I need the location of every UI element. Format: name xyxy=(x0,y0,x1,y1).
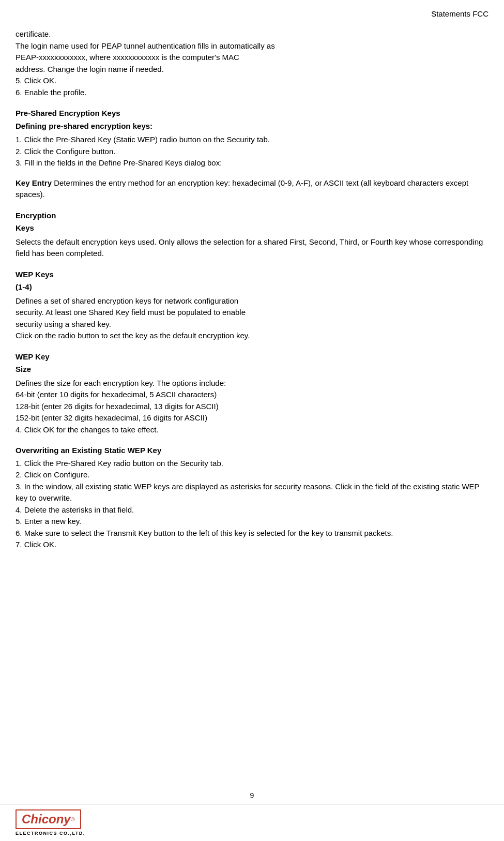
intro-line-3: PEAP-xxxxxxxxxxxx, where xxxxxxxxxxxx is… xyxy=(16,52,488,64)
key-entry-label: Key Entry xyxy=(16,178,52,187)
section3-line1: Defines a set of shared encryption keys … xyxy=(16,295,488,307)
section3-line3: security using a shared key. xyxy=(16,319,488,331)
section3-line2: security. At least one Shared Key field … xyxy=(16,307,488,319)
section3-title: WEP Keys xyxy=(16,269,488,281)
section5-step3: 3. In the window, all existing static WE… xyxy=(16,481,488,504)
intro-line-2: The login name used for PEAP tunnel auth… xyxy=(16,40,488,52)
key-entry-description: Determines the entry method for an encry… xyxy=(16,178,468,199)
section5-step2: 2. Click on Configure. xyxy=(16,469,488,481)
section1-title: Pre-Shared Encryption Keys xyxy=(16,108,488,119)
footer-logo: Chicony® ELECTRONICS CO.,LTD. xyxy=(16,809,85,836)
section3-line4: Click on the radio button to set the key… xyxy=(16,330,488,342)
logo-text: Chicony xyxy=(22,812,71,827)
section5-step4: 4. Delete the asterisks in that field. xyxy=(16,504,488,516)
intro-line-5: 5. Click OK. xyxy=(16,75,488,87)
section4-line4: 152-bit (enter 32 digits hexadecimal, 16… xyxy=(16,412,488,424)
section4-line5: 4. Click OK for the changes to take effe… xyxy=(16,424,488,436)
page-footer: 9 Chicony® ELECTRONICS CO.,LTD. xyxy=(0,791,504,841)
header-title: Statements FCC xyxy=(431,9,488,18)
section-preshared: Pre-Shared Encryption Keys Defining pre-… xyxy=(16,108,488,169)
section5-title: Overwriting an Existing Static WEP Key xyxy=(16,445,488,457)
section5-step5: 5. Enter a new key. xyxy=(16,516,488,528)
section2-subtitle: Keys xyxy=(16,222,488,234)
page-number: 9 xyxy=(250,791,254,800)
section1-subtitle: Defining pre-shared encryption keys: xyxy=(16,121,488,132)
section5-step6: 6. Make sure to select the Transmit Key … xyxy=(16,528,488,539)
section-wep-keys: WEP Keys (1-4) Defines a set of shared e… xyxy=(16,269,488,342)
section-overwrite: Overwriting an Existing Static WEP Key 1… xyxy=(16,445,488,551)
page-content: certificate. The login name used for PEA… xyxy=(0,23,504,600)
section4-line2: 64-bit (enter 10 digits for hexadecimal,… xyxy=(16,389,488,401)
intro-block: certificate. The login name used for PEA… xyxy=(16,28,488,98)
section4-title: WEP Key xyxy=(16,351,488,363)
logo-registered: ® xyxy=(71,816,75,822)
section-encryption: Encryption Keys Selects the default encr… xyxy=(16,210,488,260)
section5-step1: 1. Click the Pre-Shared Key radio button… xyxy=(16,458,488,470)
logo-subtitle: ELECTRONICS CO.,LTD. xyxy=(16,831,85,836)
section5-step7: 7. Click OK. xyxy=(16,539,488,551)
section-wep-key-size: WEP Key Size Defines the size for each e… xyxy=(16,351,488,436)
section1-step3: 3. Fill in the fields in the Define Pre-… xyxy=(16,157,488,169)
key-entry-block: Key Entry Determines the entry method fo… xyxy=(16,177,488,201)
intro-line-1: certificate. xyxy=(16,28,488,40)
section1-step1: 1. Click the Pre-Shared Key (Static WEP)… xyxy=(16,134,488,146)
section1-step2: 2. Click the Configure button. xyxy=(16,146,488,158)
key-entry-text: Key Entry Determines the entry method fo… xyxy=(16,177,488,201)
section4-line3: 128-bit (enter 26 digits for hexadecimal… xyxy=(16,401,488,413)
section3-subtitle: (1-4) xyxy=(16,281,488,293)
page-header: Statements FCC xyxy=(0,0,504,23)
section2-title: Encryption xyxy=(16,210,488,222)
section4-subtitle: Size xyxy=(16,364,488,376)
intro-line-4: address. Change the login name if needed… xyxy=(16,64,488,76)
intro-line-6: 6. Enable the profile. xyxy=(16,87,488,99)
section4-line1: Defines the size for each encryption key… xyxy=(16,378,488,389)
section2-text: Selects the default encryption keys used… xyxy=(16,236,488,260)
